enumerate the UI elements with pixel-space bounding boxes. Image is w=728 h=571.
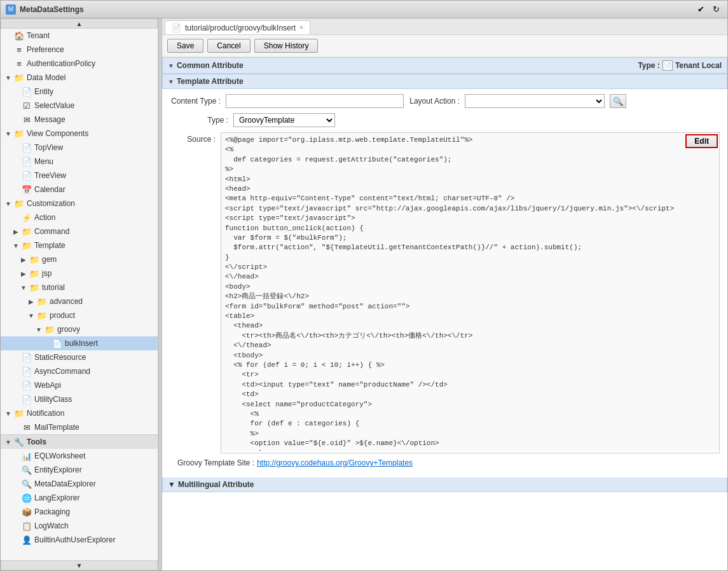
icon-staticresource: 📄 [21,352,32,363]
icon-utilityclass: 📄 [21,394,32,405]
toolbar: Save Cancel Show History [162,35,727,57]
save-button[interactable]: Save [167,39,203,53]
groovy-template-site-link[interactable]: http://groovy.codehaus.org/Groovy+Templa… [257,458,413,467]
cancel-button[interactable]: Cancel [207,39,250,53]
sidebar-item-template[interactable]: ▼📁Template [1,238,158,252]
icon-tutorial: 📁 [29,282,40,293]
toggle-datamodel[interactable]: ▼ [3,72,13,83]
source-wrapper: Edit [221,132,720,453]
toggle-gem[interactable]: ▶ [18,254,29,265]
sidebar-label-gem: gem [42,255,57,264]
refresh-button[interactable]: ↻ [710,3,722,16]
sidebar-scroll-down[interactable]: ▼ [1,560,158,570]
icon-langexplorer: 🌐 [21,492,32,504]
sidebar-scroll-up[interactable]: ▲ [1,18,158,29]
toggle-jsp[interactable]: ▶ [18,268,29,279]
sidebar-item-packaging[interactable]: 📦Packaging [1,505,158,519]
sidebar-item-mailtemplate[interactable]: ✉MailTemplate [1,420,158,434]
sidebar-item-gem[interactable]: ▶📁gem [1,252,158,266]
sidebar-item-product[interactable]: ▼📁product [1,308,158,322]
app-window: M MetaDataSettings ✔ ↻ ▲ 🏠Tenant≡Prefere… [0,0,728,571]
multilingual-attribute-header[interactable]: ▼ Multilingual Attribute [162,478,727,492]
sidebar-item-tutorial[interactable]: ▼📁tutorial [1,280,158,294]
template-attribute-header[interactable]: ▼ Template Attribute [162,74,727,89]
sidebar-item-authpolicy[interactable]: ≡AuthenticationPolicy [1,57,158,71]
icon-selectvalue: ☑ [21,100,32,111]
sidebar-item-staticresource[interactable]: 📄StaticResource [1,350,158,364]
sidebar-item-webapi[interactable]: 📄WebApi [1,378,158,392]
sidebar-item-tools[interactable]: ▼🔧Tools [1,434,158,449]
icon-gem: 📁 [29,254,40,265]
sidebar-item-preference[interactable]: ≡Preference [1,43,158,57]
toggle-notification[interactable]: ▼ [3,408,13,418]
sidebar-item-eqlworksheet[interactable]: 📊EQLWorksheet [1,449,158,463]
toggle-preference [3,45,13,55]
icon-preference: ≡ [13,44,25,55]
sidebar-item-advanced[interactable]: ▶📁advanced [1,294,158,308]
sidebar-item-metadataexplorer[interactable]: 🔍MetaDataExplorer [1,477,158,491]
toggle-product[interactable]: ▼ [26,310,36,320]
sidebar-item-message[interactable]: ✉Message [1,113,158,127]
type-select[interactable]: GroovyTemplate [233,113,335,127]
common-collapse-icon: ▼ [168,62,174,69]
multilingual-collapse-icon: ▼ [168,480,175,489]
common-attribute-header[interactable]: ▼ Common Attribute Type : 📄 Tenant Local [162,57,727,74]
source-code-area[interactable] [221,133,719,451]
sidebar-item-notification[interactable]: ▼📁Notification [1,406,158,420]
sidebar-label-product: product [50,311,75,320]
sidebar-item-builtinauth[interactable]: 👤BuiltinAuthUserExplorer [1,533,158,547]
sidebar-label-authpolicy: AuthenticationPolicy [27,59,95,68]
toggle-selectvalue [11,100,21,111]
content-type-input[interactable] [226,94,404,108]
toggle-message [11,114,21,125]
toggle-logwatch [11,521,21,531]
sidebar-label-utilityclass: UtilityClass [34,395,72,404]
show-history-button[interactable]: Show History [254,39,319,53]
main-tab[interactable]: 📄 tutorial/product/groovy/bulkInsert × [165,20,310,34]
sidebar-label-advanced: advanced [50,297,83,306]
icon-tenant: 🏠 [13,30,25,41]
confirm-button[interactable]: ✔ [694,3,707,16]
sidebar-item-topview[interactable]: 📄TopView [1,141,158,155]
sidebar-item-entity[interactable]: 📄Entity [1,85,158,99]
sidebar-label-action: Action [34,213,55,222]
sidebar-item-treeview[interactable]: 📄TreeView [1,169,158,182]
sidebar-item-tenant[interactable]: 🏠Tenant [1,29,158,43]
sidebar-item-groovy[interactable]: ▼📁groovy [1,322,158,336]
toggle-advanced[interactable]: ▶ [26,296,36,306]
sidebar-item-bulkinsert[interactable]: 📄bulkInsert [1,336,158,350]
toggle-calendar [11,184,21,195]
toggle-viewcomponents[interactable]: ▼ [3,128,13,139]
toggle-treeview [11,170,21,181]
sidebar-item-asynccommand[interactable]: 📄AsyncCommand [1,364,158,378]
icon-jsp: 📁 [29,268,40,279]
layout-action-search-button[interactable]: 🔍 [610,94,626,108]
toggle-command[interactable]: ▶ [11,226,21,237]
tab-path: tutorial/product/groovy/bulkInsert [185,24,296,32]
sidebar-item-calendar[interactable]: 📅Calendar [1,182,158,196]
toggle-groovy[interactable]: ▼ [34,324,44,334]
edit-button[interactable]: Edit [685,134,718,148]
sidebar-item-langexplorer[interactable]: 🌐LangExplorer [1,491,158,505]
layout-action-select[interactable] [465,94,605,108]
icon-asynccommand: 📄 [21,366,32,377]
sidebar-label-menu: Menu [34,157,53,166]
toggle-utilityclass [11,394,21,404]
sidebar-item-jsp[interactable]: ▶📁jsp [1,266,158,280]
toggle-tutorial[interactable]: ▼ [18,282,29,292]
sidebar-item-logwatch[interactable]: 📋LogWatch [1,519,158,533]
toggle-customization[interactable]: ▼ [3,198,13,209]
sidebar-item-customization[interactable]: ▼📁Customization [1,196,158,210]
toggle-template[interactable]: ▼ [11,240,21,251]
sidebar-item-command[interactable]: ▶📁Command [1,224,158,238]
sidebar-item-datamodel[interactable]: ▼📁Data Model [1,71,158,85]
sidebar-item-entityexplorer[interactable]: 🔍EntityExplorer [1,463,158,477]
tab-close-button[interactable]: × [299,24,303,31]
sidebar-item-action[interactable]: ⚡Action [1,210,158,224]
sidebar-item-menu[interactable]: 📄Menu [1,155,158,169]
icon-builtinauth: 👤 [21,534,32,546]
template-collapse-icon: ▼ [168,78,174,85]
sidebar-item-utilityclass[interactable]: 📄UtilityClass [1,392,158,406]
sidebar-item-viewcomponents[interactable]: ▼📁View Components [1,127,158,141]
sidebar-item-selectvalue[interactable]: ☑SelectValue [1,99,158,113]
